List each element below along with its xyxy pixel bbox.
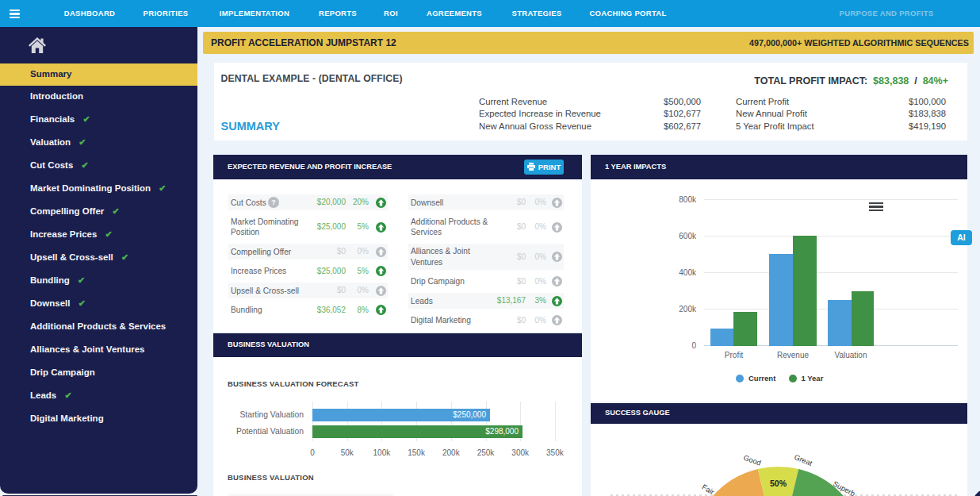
svg-text:Good: Good: [742, 453, 762, 467]
svg-text:Great: Great: [793, 453, 813, 467]
svg-text:Fair: Fair: [701, 483, 716, 496]
svg-text:50%: 50%: [770, 479, 787, 488]
